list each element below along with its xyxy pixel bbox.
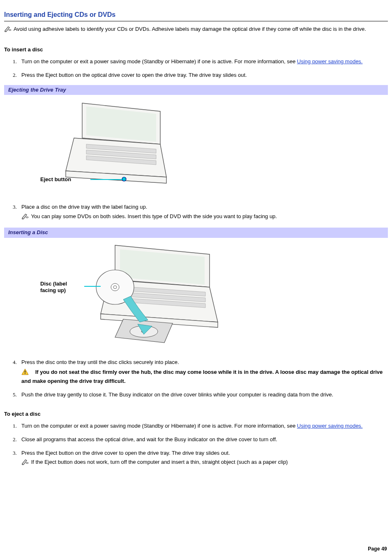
svg-point-10: [26, 217, 28, 218]
intro-note: Avoid using adhesive labels to identify …: [4, 25, 388, 35]
svg-point-23: [113, 286, 117, 288]
figure-eject-tray: Eject button: [29, 99, 388, 196]
svg-rect-27: [25, 371, 25, 373]
eject-step-3-note-text: If the Eject button does not work, turn …: [31, 459, 288, 465]
pencil-icon: [4, 25, 12, 35]
pencil-icon: [21, 458, 29, 467]
insert-step-3-note-text: You can play some DVDs on both sides. In…: [31, 213, 277, 219]
insert-step-3-text: Place a disc on the drive tray with the …: [21, 204, 147, 210]
link-power-saving-modes[interactable]: Using power saving modes.: [297, 58, 363, 64]
fig1-label: Eject button: [40, 176, 71, 182]
eject-step-3-text: Press the Eject button on the drive cove…: [21, 450, 230, 456]
svg-point-8: [122, 177, 126, 181]
figure-inserting-disc: Disc (label facing up): [29, 242, 388, 351]
insert-step-3: Place a disc on the drive tray with the …: [18, 203, 388, 222]
warning-icon: [21, 368, 29, 378]
eject-step-1: Turn on the computer or exit a power sav…: [18, 422, 388, 430]
eject-step-2: Close all programs that access the optic…: [18, 436, 388, 444]
fig2-label-b: facing up): [40, 287, 66, 293]
svg-point-29: [26, 463, 28, 464]
insert-step-4-warning: If you do not seat the disc firmly over …: [21, 368, 388, 385]
insert-step-4-text: Press the disc onto the tray until the d…: [21, 359, 179, 365]
insert-step-5: Push the drive tray gently to close it. …: [18, 391, 388, 399]
eject-step-3-note: If the Eject button does not work, turn …: [21, 458, 388, 467]
insert-step-4-warning-text: If you do not seat the disc firmly over …: [21, 369, 383, 384]
insert-step-2: Press the Eject button on the optical dr…: [18, 71, 388, 79]
insert-step-1-text-a: Turn on the computer or exit a power sav…: [21, 58, 297, 64]
insert-step-4: Press the disc onto the tray until the d…: [18, 359, 388, 386]
svg-point-0: [9, 30, 11, 31]
svg-rect-28: [25, 373, 25, 374]
figure-caption-inserting-disc: Inserting a Disc: [4, 228, 388, 238]
eject-heading: To eject a disc: [4, 410, 388, 418]
insert-step-3-note: You can play some DVDs on both sides. In…: [21, 213, 388, 222]
eject-step-1-text-a: Turn on the computer or exit a power sav…: [21, 423, 297, 429]
eject-step-3: Press the Eject button on the drive cove…: [18, 449, 388, 468]
fig2-label-a: Disc (label: [40, 281, 67, 287]
insert-step-1: Turn on the computer or exit a power sav…: [18, 58, 388, 66]
pencil-icon: [21, 213, 29, 222]
page-title: Inserting and Ejecting CDs or DVDs: [4, 10, 388, 21]
intro-note-text: Avoid using adhesive labels to identify …: [14, 26, 366, 32]
figure-caption-eject-tray: Ejecting the Drive Tray: [4, 85, 388, 95]
insert-heading: To insert a disc: [4, 46, 388, 54]
link-power-saving-modes-2[interactable]: Using power saving modes.: [297, 423, 363, 429]
